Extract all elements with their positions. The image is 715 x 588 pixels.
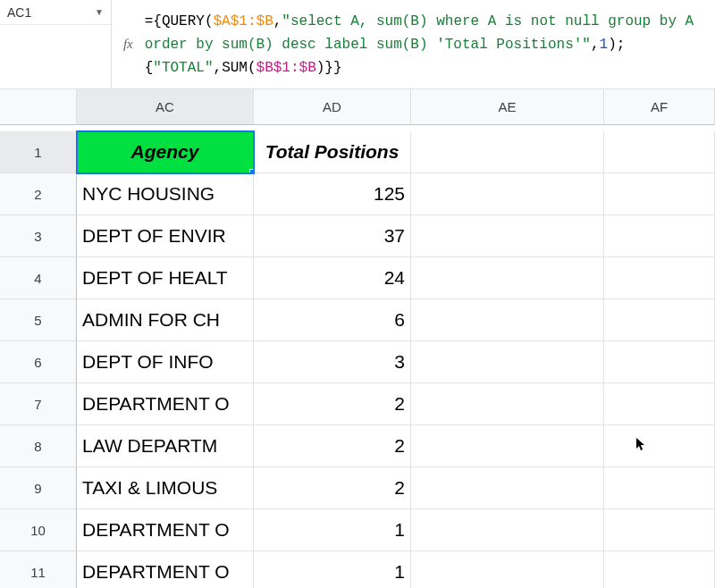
- cell[interactable]: [604, 509, 715, 551]
- name-box-text: AC1: [7, 5, 95, 20]
- cell[interactable]: [604, 341, 715, 383]
- row-header[interactable]: 1: [0, 131, 77, 173]
- cell[interactable]: DEPT OF HEALT: [77, 257, 254, 299]
- row-header[interactable]: 5: [0, 299, 77, 341]
- cell[interactable]: 2: [254, 383, 411, 425]
- cell[interactable]: 1: [254, 551, 411, 588]
- cell[interactable]: [411, 215, 604, 257]
- cell-ae1[interactable]: [411, 131, 604, 173]
- cell[interactable]: [411, 467, 604, 509]
- name-box-wrap: AC1 ▼: [0, 0, 112, 88]
- cell[interactable]: [604, 299, 715, 341]
- column-header-ae[interactable]: AE: [411, 89, 604, 125]
- cell[interactable]: [604, 551, 715, 588]
- cell[interactable]: [411, 299, 604, 341]
- cell[interactable]: 2: [254, 425, 411, 467]
- cell[interactable]: LAW DEPARTM: [77, 425, 254, 467]
- row-header[interactable]: 11: [0, 551, 77, 588]
- selection-handle[interactable]: [249, 169, 254, 173]
- cell[interactable]: TAXI & LIMOUS: [77, 467, 254, 509]
- cell[interactable]: [411, 257, 604, 299]
- cell[interactable]: [411, 383, 604, 425]
- cell[interactable]: DEPARTMENT O: [77, 509, 254, 551]
- cell[interactable]: ADMIN FOR CH: [77, 299, 254, 341]
- row-header[interactable]: 7: [0, 383, 77, 425]
- row-header[interactable]: 4: [0, 257, 77, 299]
- cell[interactable]: 2: [254, 467, 411, 509]
- cell[interactable]: [411, 509, 604, 551]
- row-header[interactable]: 8: [0, 425, 77, 467]
- column-header-af[interactable]: AF: [604, 89, 715, 125]
- formula-area[interactable]: fx ={QUERY($A$1:$B,"select A, sum(B) whe…: [112, 0, 715, 88]
- row-header[interactable]: 3: [0, 215, 77, 257]
- spreadsheet-grid[interactable]: AC AD AE AF 1 Agency Total Positions 2 N…: [0, 89, 715, 588]
- cell[interactable]: 3: [254, 341, 411, 383]
- chevron-down-icon[interactable]: ▼: [95, 7, 104, 17]
- cell[interactable]: 6: [254, 299, 411, 341]
- formula-bar: AC1 ▼ fx ={QUERY($A$1:$B,"select A, sum(…: [0, 0, 715, 89]
- cell[interactable]: [604, 425, 715, 467]
- fx-icon: fx: [122, 37, 134, 52]
- cell-ad1[interactable]: Total Positions: [254, 131, 411, 173]
- row-header[interactable]: 9: [0, 467, 77, 509]
- name-box[interactable]: AC1 ▼: [0, 0, 111, 25]
- cell[interactable]: [411, 341, 604, 383]
- row-header[interactable]: 6: [0, 341, 77, 383]
- cell[interactable]: DEPT OF INFO: [77, 341, 254, 383]
- row-header[interactable]: 10: [0, 509, 77, 551]
- cell[interactable]: 125: [254, 173, 411, 215]
- cell[interactable]: [411, 425, 604, 467]
- cell[interactable]: DEPT OF ENVIR: [77, 215, 254, 257]
- cell[interactable]: [604, 257, 715, 299]
- row-header[interactable]: 2: [0, 173, 77, 215]
- cell[interactable]: DEPARTMENT O: [77, 551, 254, 588]
- cell[interactable]: [604, 383, 715, 425]
- cell-text: Agency: [131, 141, 199, 163]
- cell[interactable]: DEPARTMENT O: [77, 383, 254, 425]
- cell[interactable]: NYC HOUSING: [77, 173, 254, 215]
- cell[interactable]: 24: [254, 257, 411, 299]
- cell-af1[interactable]: [604, 131, 715, 173]
- cell[interactable]: [411, 551, 604, 588]
- column-header-ac[interactable]: AC: [77, 89, 254, 125]
- formula-text[interactable]: ={QUERY($A$1:$B,"select A, sum(B) where …: [145, 10, 704, 80]
- column-header-ad[interactable]: AD: [254, 89, 411, 125]
- select-all-corner[interactable]: [0, 89, 77, 125]
- cell[interactable]: [604, 467, 715, 509]
- cell[interactable]: [411, 173, 604, 215]
- cell[interactable]: [604, 173, 715, 215]
- cell[interactable]: 37: [254, 215, 411, 257]
- cell[interactable]: 1: [254, 509, 411, 551]
- cell-ac1[interactable]: Agency: [77, 131, 254, 173]
- cell[interactable]: [604, 215, 715, 257]
